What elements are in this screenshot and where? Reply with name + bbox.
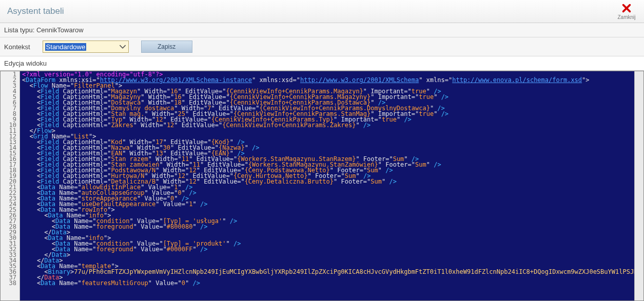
close-button[interactable]: Zamknij <box>616 3 637 20</box>
line-gutter: 1234567891011121314151617181920212223242… <box>1 71 20 300</box>
window-title: Asystent tabeli <box>7 6 616 16</box>
context-bar: Kontekst Standardowe Zapisz <box>0 37 644 56</box>
xml-editor[interactable]: 1234567891011121314151617181920212223242… <box>0 71 644 301</box>
close-icon <box>621 3 632 14</box>
list-type-prefix: Lista typu: <box>4 26 34 34</box>
vertical-scrollbar[interactable] <box>634 71 643 300</box>
chevron-down-icon <box>119 43 126 50</box>
code-area[interactable]: <?xml version="1.0" encoding="utf-8"?><D… <box>20 71 634 300</box>
list-type-bar: Lista typu: CennikTowarow <box>0 23 644 37</box>
save-button[interactable]: Zapisz <box>141 41 192 53</box>
context-combo[interactable]: Standardowe <box>43 41 129 53</box>
list-type-value: CennikTowarow <box>36 26 84 34</box>
context-label: Kontekst <box>4 43 30 51</box>
close-label: Zamknij <box>616 14 637 20</box>
context-selected: Standardowe <box>45 43 87 51</box>
section-header: Edycja widoku <box>0 56 644 71</box>
title-bar: Asystent tabeli Zamknij <box>0 0 644 23</box>
